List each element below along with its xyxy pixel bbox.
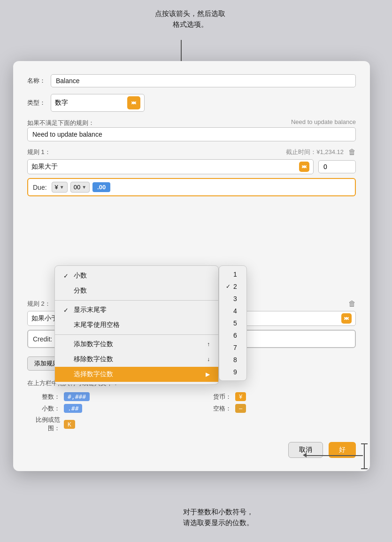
format-due-label: Due: [33, 184, 47, 191]
bracket-horizontal [307, 455, 363, 456]
tokens-section: 在上方栏中拖入符号或键入文本： 整数： #,### 货币： ¥ 小数： .## … [27, 379, 356, 433]
token-decimal-badge[interactable]: .## [64, 404, 82, 413]
token-integer-row: 整数： #,### [27, 392, 184, 401]
bracket-vertical [364, 443, 365, 469]
type-value: 数字 [55, 99, 125, 107]
format-digits-chevron-icon: ▼ [82, 185, 86, 190]
menu-arrow-choose-digits: ▶ [206, 371, 210, 378]
rule1-condition-row: 如果大于 [27, 159, 356, 174]
format-digits-select[interactable]: 00 ▼ [70, 182, 90, 193]
rule1-section: 规则 1： 截止时间：¥1,234.12 🗑 如果大于 Due: [27, 148, 356, 196]
name-row: 名称： [27, 74, 356, 87]
type-chevron-btn[interactable] [127, 96, 140, 109]
submenu-item-2[interactable]: ✓2 [219, 280, 246, 293]
tokens-grid: 整数： #,### 货币： ¥ 小数： .## 空格： – 比例或范围： K [27, 392, 356, 433]
token-scale-badge[interactable]: K [64, 420, 75, 429]
name-input[interactable] [51, 74, 356, 87]
rule1-condition-select[interactable]: 如果大于 [27, 159, 314, 174]
rule2-delete-btn[interactable]: 🗑 [348, 300, 356, 308]
token-integer-badge[interactable]: #,### [64, 392, 90, 401]
bracket-top [361, 443, 368, 444]
submenu-item-7[interactable]: 7 [219, 341, 246, 354]
token-space-row: 空格： – [199, 404, 356, 413]
menu-arrow-add-digit: ↑ [207, 341, 210, 348]
submenu: 1 ✓2 3 4 5 6 7 8 9 [219, 265, 247, 381]
format-currency-value: ¥ [55, 184, 58, 191]
type-select[interactable]: 数字 [51, 94, 145, 112]
menu-item-choose-digits[interactable]: 选择数字位数 ▶ [55, 367, 218, 382]
rule1-hint: 截止时间：¥1,234.12 [286, 148, 344, 156]
format-credit-label: Credit: [33, 335, 52, 343]
token-scale-row: 比例或范围： K [27, 416, 184, 433]
rule1-value-input[interactable] [318, 160, 356, 173]
menu-item-fraction[interactable]: 分数 [55, 283, 218, 298]
rule1-header: 规则 1： 截止时间：¥1,234.12 🗑 [27, 148, 356, 156]
menu-label-add-digit: 添加数字位数 [74, 340, 113, 348]
menu-divider-1 [55, 300, 218, 301]
type-label: 类型： [27, 99, 51, 107]
rule1-label: 规则 1： [27, 148, 51, 156]
menu-check-show-trailing: ✓ [63, 307, 72, 314]
rule1-format-row: Due: ¥ ▼ 00 ▼ .00 [27, 178, 356, 196]
rule-error-label: 如果不满足下面的规则： [27, 119, 94, 126]
menu-label-show-trailing: 显示末尾零 [74, 306, 107, 314]
menu-item-trailing-space[interactable]: 末尾零使用空格 [55, 317, 218, 333]
format-decimal-btn[interactable]: .00 [92, 182, 110, 192]
annotation-bottom: 对于整数和小数符号， 请选取要显示的位数。 [183, 507, 254, 528]
name-label: 名称： [27, 77, 51, 85]
rule2-condition-chevron[interactable] [341, 313, 352, 324]
token-currency-row: 货币： ¥ [199, 392, 356, 401]
token-integer-label: 整数： [27, 393, 60, 401]
rule-error-input[interactable] [27, 127, 356, 141]
format-digits-value: 00 [74, 184, 80, 191]
dialog: 名称： 类型： 数字 如果不满足下面的规则： Need to update ba… [13, 61, 370, 471]
token-currency-badge[interactable]: ¥ [235, 392, 246, 401]
token-space-badge[interactable]: – [235, 404, 246, 413]
rule1-condition-value: 如果大于 [31, 163, 297, 171]
submenu-item-1[interactable]: 1 [219, 268, 246, 280]
token-space-label: 空格： [199, 404, 231, 413]
submenu-item-8[interactable]: 8 [219, 354, 246, 366]
menu-item-add-digit[interactable]: 添加数字位数 ↑ [55, 337, 218, 352]
format-currency-chevron-icon: ▼ [60, 185, 64, 190]
menu-item-remove-digit[interactable]: 移除数字位数 ↓ [55, 352, 218, 367]
submenu-item-9[interactable]: 9 [219, 366, 246, 378]
menu-label-fraction: 分数 [74, 286, 87, 295]
rule1-delete-btn[interactable]: 🗑 [348, 148, 356, 156]
submenu-item-6[interactable]: 6 [219, 329, 246, 341]
token-decimal-row: 小数： .## [27, 404, 184, 413]
submenu-check-2: ✓ [226, 283, 232, 290]
rule-error-section: 如果不满足下面的规则： Need to update balance [27, 118, 356, 141]
bracket-bottom [361, 468, 368, 469]
token-currency-label: 货币： [199, 393, 231, 401]
menu-label-trailing-space: 末尾零使用空格 [74, 321, 120, 329]
submenu-item-3[interactable]: 3 [219, 293, 246, 305]
submenu-item-5[interactable]: 5 [219, 317, 246, 329]
format-currency-select[interactable]: ¥ ▼ [52, 182, 68, 193]
rule1-condition-chevron[interactable] [299, 162, 309, 172]
menu-label-decimal: 小数 [74, 271, 87, 280]
token-decimal-label: 小数： [27, 404, 60, 413]
menu-label-choose-digits: 选择数字位数 [74, 370, 113, 379]
menu-item-show-trailing[interactable]: ✓ 显示末尾零 [55, 302, 218, 317]
bracket-arrowhead [303, 453, 307, 457]
rule2-label: 规则 2： [27, 300, 51, 308]
type-row: 类型： 数字 [27, 94, 356, 112]
submenu-item-4[interactable]: 4 [219, 305, 246, 317]
menu-check-decimal: ✓ [63, 272, 72, 279]
menu-label-remove-digit: 移除数字位数 [74, 355, 113, 364]
menu-divider-2 [55, 334, 218, 335]
rule-error-hint: Need to update balance [291, 118, 356, 125]
menu-item-decimal[interactable]: ✓ 小数 [55, 268, 218, 283]
annotation-top: 点按该箭头，然后选取 格式选项。 [155, 8, 225, 30]
menu-arrow-remove-digit: ↓ [207, 356, 210, 363]
token-scale-label: 比例或范围： [27, 416, 60, 433]
dropdown-menu: ✓ 小数 分数 ✓ 显示末尾零 末尾零使用空格 添加数字位数 ↑ 移除数字位数 … [54, 265, 219, 385]
